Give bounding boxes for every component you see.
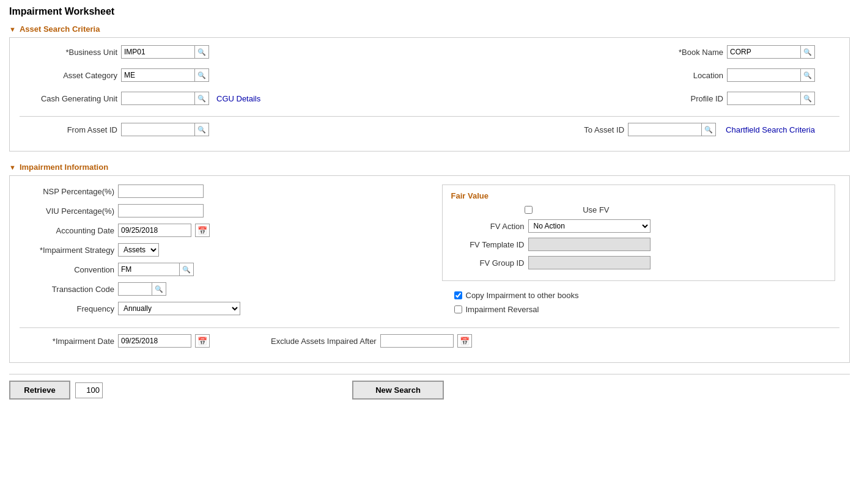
accounting-date-calendar-button[interactable]: 📅 [195, 224, 210, 237]
book-name-label: *Book Name [625, 48, 723, 57]
asset-category-wrap: 🔍 [121, 68, 209, 82]
impairment-reversal-label: Impairment Reversal [466, 305, 539, 314]
chartfield-search-link[interactable]: Chartfield Search Criteria [726, 125, 815, 134]
rows-input[interactable] [75, 382, 103, 398]
exclude-assets-label: Exclude Assets Impaired After [271, 337, 377, 346]
impairment-info-section: ▼ Impairment Information NSP Percentage(… [9, 163, 850, 363]
page-title: Impairment Worksheet [9, 6, 850, 17]
to-asset-id-input[interactable] [628, 123, 701, 136]
from-asset-id-row: From Asset ID 🔍 [20, 123, 209, 136]
impairment-info-body: NSP Percentage(%) VIU Percentage(%) Acco… [9, 175, 850, 363]
accounting-date-input[interactable] [118, 224, 191, 237]
transaction-code-input[interactable] [118, 282, 152, 296]
retrieve-button[interactable]: Retrieve [9, 381, 70, 400]
location-wrap: 🔍 [727, 68, 815, 82]
impairment-info-arrow-icon: ▼ [9, 164, 16, 171]
location-label: Location [625, 71, 723, 80]
fv-template-id-row: FV Template ID [451, 238, 827, 251]
location-row: Location 🔍 [625, 68, 815, 82]
location-input[interactable] [727, 68, 800, 82]
profile-id-search-button[interactable]: 🔍 [800, 92, 815, 105]
checkboxes-area: Copy Impairment to other books Impairmen… [442, 291, 836, 314]
nsp-input[interactable] [118, 184, 204, 198]
to-asset-id-label: To Asset ID [526, 125, 624, 134]
fv-group-id-input [528, 256, 651, 269]
cgu-input[interactable] [121, 92, 194, 105]
copy-impairment-checkbox[interactable] [454, 291, 462, 299]
accounting-date-row: Accounting Date 📅 [20, 224, 430, 237]
viu-label: VIU Percentage(%) [20, 206, 114, 216]
nsp-row: NSP Percentage(%) [20, 184, 430, 198]
frequency-row: Frequency Annually Monthly Quarterly Sem… [20, 302, 430, 315]
exclude-assets-row: Exclude Assets Impaired After 📅 [271, 334, 472, 348]
fair-value-box: Fair Value Use FV FV Action No Action Re… [442, 184, 836, 281]
fv-group-id-label: FV Group ID [451, 258, 525, 268]
impairment-strategy-select[interactable]: Assets CGU [118, 243, 159, 257]
asset-category-input[interactable] [121, 68, 194, 82]
impairment-strategy-label: *Impairment Strategy [20, 246, 114, 255]
cgu-details-link[interactable]: CGU Details [216, 94, 260, 103]
asset-category-search-button[interactable]: 🔍 [194, 68, 209, 82]
impairment-info-label: Impairment Information [20, 163, 108, 172]
nsp-label: NSP Percentage(%) [20, 187, 114, 196]
impairment-date-input[interactable] [118, 334, 191, 348]
use-fv-row: Use FV [525, 205, 827, 214]
impairment-reversal-row: Impairment Reversal [454, 305, 836, 314]
to-asset-id-search-button[interactable]: 🔍 [701, 123, 716, 136]
asset-category-label: Asset Category [20, 71, 117, 80]
from-asset-id-search-button[interactable]: 🔍 [194, 123, 209, 136]
impairment-left-col: NSP Percentage(%) VIU Percentage(%) Acco… [20, 184, 430, 321]
profile-id-wrap: 🔍 [727, 92, 815, 105]
from-asset-id-input[interactable] [121, 123, 194, 136]
copy-impairment-row: Copy Impairment to other books [454, 291, 836, 300]
frequency-select[interactable]: Annually Monthly Quarterly Semi-Annually [118, 302, 240, 315]
book-name-search-button[interactable]: 🔍 [800, 45, 815, 59]
convention-input[interactable] [118, 263, 179, 276]
transaction-code-label: Transaction Code [20, 285, 114, 294]
transaction-code-search-button[interactable]: 🔍 [152, 282, 166, 296]
business-unit-wrap: 🔍 [121, 45, 209, 59]
asset-search-header[interactable]: ▼ Asset Search Criteria [9, 24, 850, 34]
profile-id-input[interactable] [727, 92, 800, 105]
impairment-date-label: *Impairment Date [20, 337, 114, 346]
asset-category-row: Asset Category 🔍 [20, 68, 209, 82]
book-name-wrap: 🔍 [727, 45, 815, 59]
use-fv-label: Use FV [536, 205, 610, 214]
asset-search-section: ▼ Asset Search Criteria *Business Unit 🔍… [9, 24, 850, 152]
book-name-row: *Book Name 🔍 [625, 45, 815, 59]
business-unit-input[interactable] [121, 45, 194, 59]
fv-action-select[interactable]: No Action Revalue Impair [528, 219, 651, 233]
exclude-assets-calendar-button[interactable]: 📅 [457, 334, 472, 348]
cgu-wrap: 🔍 [121, 92, 209, 105]
impairment-date-calendar-button[interactable]: 📅 [195, 334, 210, 348]
business-unit-search-button[interactable]: 🔍 [194, 45, 209, 59]
asset-search-body: *Business Unit 🔍 *Book Name 🔍 Asset Cate… [9, 37, 850, 152]
convention-label: Convention [20, 265, 114, 274]
fv-action-row: FV Action No Action Revalue Impair [451, 219, 827, 233]
use-fv-checkbox[interactable] [525, 206, 533, 214]
cgu-search-button[interactable]: 🔍 [194, 92, 209, 105]
profile-id-label: Profile ID [625, 94, 723, 103]
location-search-button[interactable]: 🔍 [800, 68, 815, 82]
exclude-assets-input[interactable] [380, 334, 454, 348]
transaction-code-wrap: 🔍 [118, 282, 166, 296]
asset-search-arrow-icon: ▼ [9, 26, 16, 33]
viu-row: VIU Percentage(%) [20, 204, 430, 217]
viu-input[interactable] [118, 204, 204, 217]
fair-value-title: Fair Value [451, 191, 827, 200]
impairment-right-col: Fair Value Use FV FV Action No Action Re… [442, 184, 836, 321]
fv-action-label: FV Action [451, 222, 525, 231]
fv-template-id-label: FV Template ID [451, 240, 525, 249]
impairment-info-header[interactable]: ▼ Impairment Information [9, 163, 850, 172]
book-name-input[interactable] [727, 45, 800, 59]
cgu-row: Cash Generating Unit 🔍 CGU Details [20, 92, 260, 105]
cgu-label: Cash Generating Unit [20, 94, 117, 103]
convention-search-button[interactable]: 🔍 [179, 263, 194, 276]
fv-group-id-row: FV Group ID [451, 256, 827, 269]
business-unit-row: *Business Unit 🔍 [20, 45, 209, 59]
impairment-reversal-checkbox[interactable] [454, 305, 462, 313]
fv-template-id-input [528, 238, 651, 251]
new-search-button[interactable]: New Search [352, 381, 444, 400]
to-asset-id-row: To Asset ID 🔍 Chartfield Search Criteria [526, 123, 815, 136]
impairment-date-row: *Impairment Date 📅 [20, 334, 210, 348]
